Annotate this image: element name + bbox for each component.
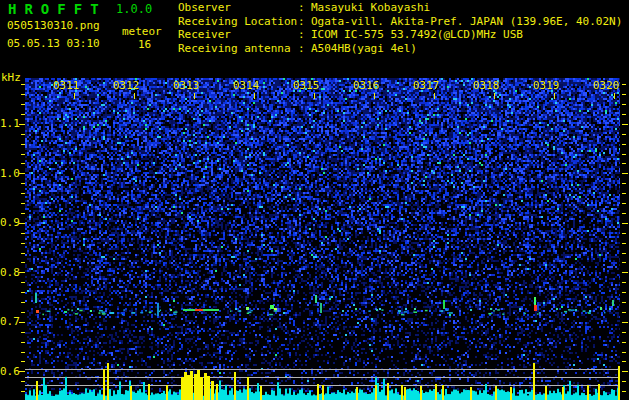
freq-tick-right xyxy=(622,223,628,224)
time-tick xyxy=(254,93,255,99)
freq-tick-right xyxy=(622,391,626,392)
freq-label: 0.9 xyxy=(0,217,18,229)
freq-tick-left xyxy=(19,272,25,273)
freq-tick-left xyxy=(21,213,25,214)
freq-axis-unit: kHz xyxy=(1,72,21,84)
freq-tick-left xyxy=(21,342,25,343)
freq-tick-right xyxy=(622,94,626,95)
freq-tick-left xyxy=(21,292,25,293)
time-tick xyxy=(554,93,555,99)
freq-tick-right xyxy=(622,154,626,155)
echo-count: 16 xyxy=(138,39,151,51)
time-label: 0318 xyxy=(473,80,500,92)
app-version: 1.0.0 xyxy=(116,3,152,16)
freq-label: 1.0 xyxy=(0,168,18,180)
time-label: 0315 xyxy=(293,80,320,92)
station-value: Ogata-vill. Akita-Pref. JAPAN (139.96E, … xyxy=(311,16,626,28)
freq-tick-left xyxy=(21,144,25,145)
freq-tick-right xyxy=(622,144,626,145)
station-value: Masayuki Kobayashi xyxy=(311,2,626,14)
freq-tick-right xyxy=(622,322,628,323)
freq-tick-left xyxy=(19,371,25,372)
freq-label: 1.1 xyxy=(0,118,18,130)
station-info: Observer : Masayuki Kobayashi Receiving … xyxy=(178,2,626,56)
freq-tick-left xyxy=(21,381,25,382)
freq-tick-left xyxy=(21,233,25,234)
freq-tick-right xyxy=(622,352,626,353)
freq-tick-right xyxy=(622,262,626,263)
time-tick xyxy=(74,93,75,99)
time-tick xyxy=(494,93,495,99)
freq-tick-left xyxy=(21,243,25,244)
freq-tick-right xyxy=(622,203,626,204)
freq-tick-right xyxy=(622,193,626,194)
freq-tick-left xyxy=(21,332,25,333)
station-row-observer: Observer : Masayuki Kobayashi xyxy=(178,2,626,16)
freq-tick-right xyxy=(622,282,626,283)
freq-tick-right xyxy=(622,114,626,115)
station-row-receiver: Receiver : ICOM IC-575 53.7492(@LCD)MHz … xyxy=(178,29,626,43)
time-tick xyxy=(374,93,375,99)
freq-tick-left xyxy=(21,104,25,105)
freq-tick-right xyxy=(622,173,628,174)
freq-tick-right xyxy=(622,233,626,234)
freq-label: 0.7 xyxy=(0,316,18,328)
freq-tick-left xyxy=(21,84,25,85)
freq-tick-right xyxy=(622,253,626,254)
freq-tick-left xyxy=(21,183,25,184)
freq-tick-left xyxy=(21,154,25,155)
freq-tick-right xyxy=(622,183,626,184)
datetime-label: 05.05.13 03:10 xyxy=(7,38,100,50)
station-label: Observer xyxy=(178,2,298,14)
freq-tick-left xyxy=(21,391,25,392)
time-tick xyxy=(434,93,435,99)
time-label: 0314 xyxy=(233,80,260,92)
station-row-antenna: Receiving antenna : A504HB(yagi 4el) xyxy=(178,43,626,57)
freq-tick-left xyxy=(21,361,25,362)
freq-tick-right xyxy=(622,381,626,382)
freq-tick-right xyxy=(622,342,626,343)
mode-label: meteor xyxy=(122,26,162,38)
freq-tick-right xyxy=(622,84,626,85)
freq-tick-left xyxy=(21,302,25,303)
time-label: 0320 xyxy=(593,80,620,92)
station-value: A504HB(yagi 4el) xyxy=(311,43,626,55)
freq-tick-left xyxy=(19,322,25,323)
freq-tick-right xyxy=(622,134,626,135)
freq-tick-right xyxy=(622,272,628,273)
freq-tick-left xyxy=(21,114,25,115)
freq-tick-right xyxy=(622,243,626,244)
hrofft-screen: HROFFT 1.0.0 0505130310.png meteor 05.05… xyxy=(0,0,629,400)
time-tick xyxy=(314,93,315,99)
freq-tick-right xyxy=(622,302,626,303)
freq-tick-right xyxy=(622,332,626,333)
time-label: 0313 xyxy=(173,80,200,92)
station-separator: : xyxy=(298,43,311,55)
output-filename: 0505130310.png xyxy=(7,20,100,32)
freq-tick-left xyxy=(19,223,25,224)
freq-tick-right xyxy=(622,163,626,164)
freq-tick-left xyxy=(21,134,25,135)
station-value: ICOM IC-575 53.7492(@LCD)MHz USB xyxy=(311,29,626,41)
freq-tick-right xyxy=(622,292,626,293)
station-separator: : xyxy=(298,16,311,28)
freq-tick-left xyxy=(21,352,25,353)
station-label: Receiving antenna xyxy=(178,43,298,55)
station-row-location: Receiving Location : Ogata-vill. Akita-P… xyxy=(178,16,626,30)
station-separator: : xyxy=(298,29,311,41)
freq-tick-right xyxy=(622,361,626,362)
freq-tick-right xyxy=(622,312,626,313)
freq-label: 0.8 xyxy=(0,267,18,279)
station-separator: : xyxy=(298,2,311,14)
spectrogram-canvas xyxy=(25,78,620,400)
freq-tick-left xyxy=(21,193,25,194)
freq-label: 0.6 xyxy=(0,366,18,378)
freq-tick-left xyxy=(21,94,25,95)
freq-tick-left xyxy=(21,262,25,263)
time-tick xyxy=(194,93,195,99)
time-label: 0317 xyxy=(413,80,440,92)
freq-tick-left xyxy=(21,253,25,254)
time-label: 0311 xyxy=(53,80,80,92)
station-label: Receiver xyxy=(178,29,298,41)
time-label: 0316 xyxy=(353,80,380,92)
